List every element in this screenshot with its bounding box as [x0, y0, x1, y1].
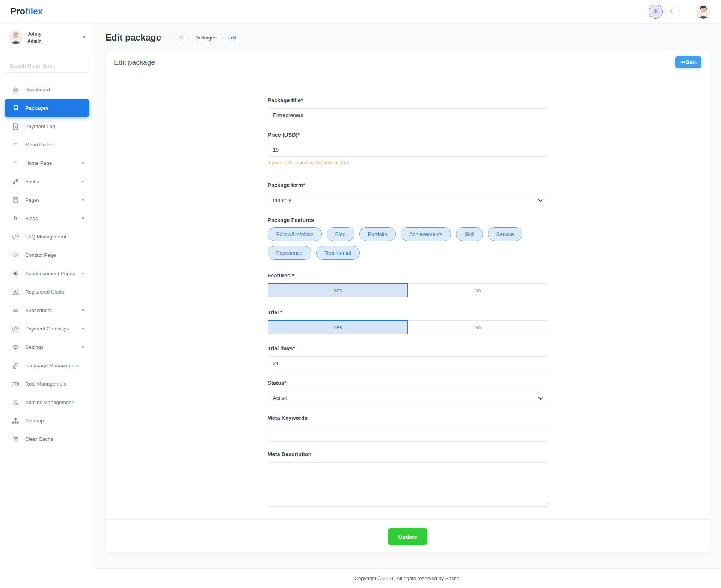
sidebar-item-settings[interactable]: ⚙Settings▼: [0, 338, 94, 356]
sidebar-item-label: Payment Gateways: [25, 326, 69, 332]
sidebar-item-label: Contact Page: [25, 252, 56, 258]
sidebar-item-blogs[interactable]: ɓBlogs▼: [0, 209, 94, 228]
admins-management-icon: [11, 399, 20, 406]
home-page-icon: ⌂: [11, 159, 20, 167]
main-content: Edit package ⌂ › Packages › Edit Edit pa…: [94, 23, 721, 588]
sidebar-item-clear-cache[interactable]: ⊠Clear Cache: [0, 430, 94, 448]
feature-pill[interactable]: Testimonial: [316, 246, 360, 260]
light-theme-button[interactable]: ☀: [649, 5, 663, 19]
profile-meta: Johny Admin: [27, 31, 41, 44]
status-select[interactable]: Active: [268, 391, 548, 405]
price-input[interactable]: [268, 143, 548, 157]
sidebar-item-announcement[interactable]: Announcement Popup▼: [0, 264, 94, 283]
page-footer: Copyright © 2021. All rights reserved by…: [94, 568, 721, 588]
sidebar-item-faq[interactable]: ?FAQ Management: [0, 228, 94, 246]
search-menu-input[interactable]: [5, 59, 89, 73]
meta-description-textarea[interactable]: [268, 462, 548, 507]
feature-pill[interactable]: Achievements: [401, 227, 451, 241]
sidebar-item-label: Blogs: [25, 216, 38, 221]
sidebar-profile[interactable]: Johny Admin ▼: [0, 23, 94, 51]
footer-icon: [11, 178, 20, 185]
sidebar-item-sitemap[interactable]: Sitemap: [0, 412, 94, 430]
meta-keywords-input[interactable]: [268, 426, 548, 442]
page-title: Edit package: [106, 32, 161, 43]
sidebar-item-contact[interactable]: ☏Contact Page: [0, 246, 94, 264]
sidebar-item-footer[interactable]: Footer▼: [0, 172, 94, 191]
breadcrumb-edit[interactable]: Edit: [228, 35, 236, 41]
card-body: Package title* Price (USD)* If price is …: [106, 74, 710, 519]
back-button[interactable]: ◀◀ Back: [675, 56, 701, 68]
sidebar-item-language-management[interactable]: Language Management: [0, 356, 94, 375]
sidebar-item-label: Dashboard: [25, 87, 50, 92]
meta-description-group: Meta Description: [268, 451, 548, 507]
navbar-right: ☀ ☾: [649, 5, 710, 19]
status-label: Status*: [268, 380, 548, 386]
package-term-label: Package term*: [268, 182, 548, 188]
sidebar-item-admins-management[interactable]: Admins Management: [0, 393, 94, 412]
subscribers-icon: ✉: [11, 307, 20, 314]
dashboard-icon: ⊛: [11, 86, 20, 94]
chevron-down-icon: ▼: [81, 345, 85, 349]
sidebar-avatar: [9, 30, 23, 44]
update-button[interactable]: Update: [388, 528, 427, 545]
featured-group: Featured * Yes No: [268, 273, 548, 297]
sidebar-item-label: Registered Users: [25, 289, 64, 295]
status-select-wrap: Active: [268, 391, 548, 405]
sidebar-item-role-management[interactable]: Role Management: [0, 375, 94, 393]
sidebar-item-label: Sitemap: [25, 418, 44, 424]
language-management-icon: [11, 362, 20, 369]
feature-pill[interactable]: Portfolio: [359, 227, 396, 241]
price-label: Price (USD)*: [268, 132, 548, 138]
edit-package-card: Edit package ◀◀ Back Package title* Pric…: [106, 51, 710, 552]
sidebar-item-label: Admins Management: [25, 400, 73, 405]
sidebar-search: [0, 51, 94, 77]
sidebar-item-label: Pages: [25, 197, 39, 203]
chevron-down-icon[interactable]: ▼: [82, 35, 86, 39]
sidebar-item-menu-builder[interactable]: ≡Menu Builder: [0, 136, 94, 154]
feature-pill[interactable]: Service: [488, 227, 523, 241]
sidebar-item-payment-log[interactable]: $Payment Log: [0, 117, 94, 136]
featured-yes-option[interactable]: Yes: [268, 283, 408, 297]
breadcrumb-separator: ›: [188, 35, 190, 41]
brand-part1: Pro: [11, 6, 25, 16]
sidebar-item-dashboard[interactable]: ⊛Dashboard: [0, 80, 94, 99]
trial-no-option[interactable]: No: [408, 320, 548, 334]
sidebar-item-subscribers[interactable]: ✉Subscribers▼: [0, 301, 94, 320]
chevron-down-icon: ▼: [81, 216, 85, 220]
breadcrumb: ⌂ › Packages › Edit: [179, 34, 236, 41]
feature-pill[interactable]: Skill: [456, 227, 483, 241]
feature-pill[interactable]: Blog: [327, 227, 354, 241]
trial-label: Trial *: [268, 309, 548, 315]
sidebar-item-registered-users[interactable]: Registered Users: [0, 283, 94, 301]
trial-days-input[interactable]: [268, 356, 548, 370]
package-features-pills: Follow/UnfollowBlogPortfolioAchievements…: [268, 227, 548, 260]
home-icon[interactable]: ⌂: [179, 34, 183, 41]
menu-builder-icon: ≡: [11, 140, 20, 149]
sidebar-item-label: Language Management: [25, 363, 79, 368]
pages-icon: [11, 197, 20, 203]
package-term-select[interactable]: monthly: [268, 193, 548, 207]
sidebar-item-payment-gateways[interactable]: PPayment Gateways▼: [0, 320, 94, 338]
sun-icon: ☀: [653, 8, 658, 15]
status-group: Status* Active: [268, 380, 548, 405]
featured-no-option[interactable]: No: [408, 283, 548, 297]
sidebar-item-packages[interactable]: Packages: [5, 99, 89, 117]
trial-yes-option[interactable]: Yes: [268, 320, 408, 334]
package-features-group: Package Features Follow/UnfollowBlogPort…: [268, 217, 548, 260]
sidebar-item-home-page[interactable]: ⌂Home Page▼: [0, 154, 94, 172]
top-navbar: Profilex ☀ ☾: [0, 0, 721, 23]
package-title-input[interactable]: [268, 108, 548, 122]
breadcrumb-packages[interactable]: Packages: [194, 35, 216, 41]
packages-icon: [11, 105, 20, 111]
package-features-label: Package Features: [268, 217, 548, 223]
brand-logo[interactable]: Profilex: [11, 6, 43, 17]
dark-theme-button[interactable]: ☾: [665, 5, 680, 19]
avatar-image: [9, 30, 23, 44]
feature-pill[interactable]: Follow/Unfollow: [268, 227, 322, 241]
feature-pill[interactable]: Experience: [268, 246, 311, 260]
navbar-avatar[interactable]: [696, 5, 710, 19]
sidebar-item-pages[interactable]: Pages▼: [0, 191, 94, 209]
moon-icon: ☾: [670, 8, 675, 15]
meta-description-label: Meta Description: [268, 451, 548, 457]
sidebar-item-label: Subscribers: [25, 308, 52, 313]
